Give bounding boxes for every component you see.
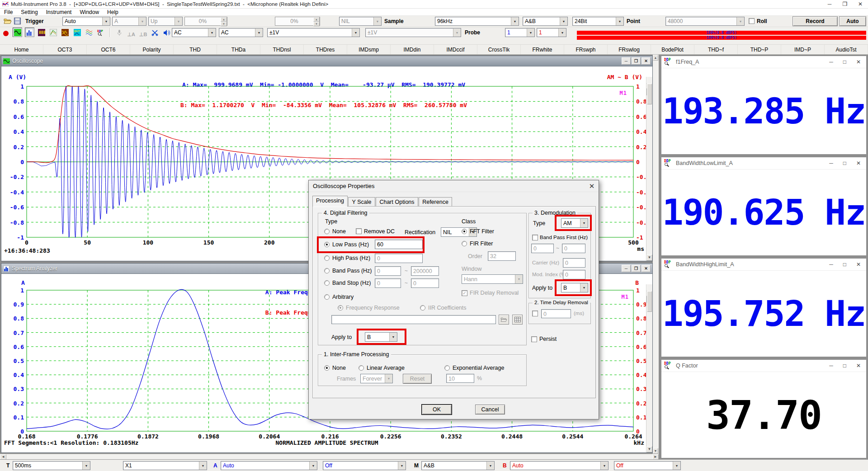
main-vertical-scrollbar[interactable]: ▲ ▼ [653,55,659,454]
spin-down-icon[interactable]: ▼ [313,22,320,26]
tab-imd~p[interactable]: IMD~P [781,45,825,54]
tab-y-scale[interactable]: Y Scale [348,197,375,207]
vertical-scrollbar[interactable]: ▲ ▼ [646,77,652,261]
menu-setting[interactable]: Setting [17,9,42,15]
spin-up-icon[interactable]: ▲ [313,17,320,22]
maximize-icon[interactable]: □ [843,261,846,268]
close-icon[interactable]: ✕ [856,261,861,268]
band-stop-radio[interactable] [324,280,330,286]
chevron-down-icon[interactable]: ▼ [600,462,608,470]
minimize-icon[interactable]: ─ [622,265,631,272]
cancel-button[interactable]: Cancel [475,405,505,414]
menu-window[interactable]: Window [75,9,103,15]
ddp-titlebar[interactable]: DDP BandWidthHighLimit_A ─□✕ [661,259,866,271]
chevron-down-icon[interactable]: ▼ [616,17,623,25]
probe-b-select[interactable]: 1▼ [537,28,566,37]
minimize-icon[interactable]: ─ [622,57,631,65]
menu-help[interactable]: Help [103,9,123,15]
close-icon[interactable]: ✕ [585,182,599,190]
record-button[interactable]: Record [793,16,838,26]
tab-home[interactable]: Home [0,45,43,54]
signal-generator-icon[interactable] [61,28,70,37]
tab-imddin[interactable]: IMDdin [391,45,434,54]
chevron-down-icon[interactable]: ▼ [486,462,494,470]
multiplier-select[interactable]: X1▼ [123,461,207,470]
time-delay-checkbox[interactable] [532,311,538,316]
sweep-time-select[interactable]: 500ms▼ [13,461,90,470]
ddp-titlebar[interactable]: DDP BandWidthLowLimit_A ─□✕ [661,157,866,170]
oscilloscope-icon[interactable] [13,28,22,37]
ddp-titlebar[interactable]: DDP f1Freq_A ─□✕ [661,56,866,68]
tab-crosstlk[interactable]: CrossTlk [477,45,521,54]
chevron-down-icon[interactable]: ▼ [560,17,567,25]
tab-thd~f[interactable]: THD~f [694,45,738,54]
tab-processing[interactable]: Processing [312,196,348,207]
ddp-titlebar[interactable]: DDP Q Factor ─□✕ [661,360,866,372]
spin-down-icon[interactable]: ▼ [221,22,227,26]
tab-thd[interactable]: THD [174,45,217,54]
menu-instrument[interactable]: Instrument [42,9,76,15]
edit-table-button[interactable] [512,315,523,325]
chevron-down-icon[interactable]: ▼ [309,462,317,470]
tab-bodeplot[interactable]: BodePlot [651,45,694,54]
sampling-bits-select[interactable]: 24Bit▼ [572,17,624,26]
minimize-icon[interactable]: ─ [829,363,833,369]
tab-frswph[interactable]: FRswph [564,45,608,54]
ok-button[interactable]: OK [422,405,452,414]
restore-icon[interactable]: ❐ [632,265,641,272]
range-b-select[interactable]: ±1V▼ [365,28,461,37]
remove-dc-checkbox[interactable] [356,228,362,234]
trigger-coupling-select[interactable]: NIL▼ [339,17,382,26]
trigger-edge-select[interactable]: Up▼ [148,17,183,26]
maximize-icon[interactable]: □ [843,59,846,65]
ifp-none-radio[interactable] [324,365,330,371]
fir-filter-radio[interactable] [462,241,467,246]
maximize-icon[interactable]: □ [843,160,846,166]
menu-file[interactable]: File [0,9,17,15]
coupling-a-select[interactable]: AC▼ [172,28,216,37]
record-dot-icon[interactable] [1,28,10,38]
minimize-icon[interactable]: ─ [829,59,833,65]
chevron-down-icon[interactable]: ▼ [199,462,207,470]
browse-file-button[interactable] [499,315,509,325]
tab-frwhite[interactable]: FRwhite [521,45,564,54]
band-pass-radio[interactable] [324,268,330,273]
trigger-delay-spinner[interactable]: 0% ▲▼ [275,17,320,26]
chevron-down-icon[interactable]: ▼ [102,17,110,25]
minimize-icon[interactable]: ─ [829,261,833,268]
fft-filter-radio[interactable] [462,229,467,234]
oscilloscope-titlebar[interactable]: Oscilloscope ─ ❐ ✕ [1,56,652,66]
probe-calibration-icon[interactable] [150,28,160,38]
range-a-select[interactable]: ±1V▼ [267,28,360,37]
a-filter-select[interactable]: Off▼ [323,461,406,470]
vertical-scrollbar[interactable]: ▲ ▼ [646,284,652,452]
sweep-waves-icon[interactable] [84,28,94,37]
chevron-down-icon[interactable]: ▼ [82,462,90,470]
tab-oct6[interactable]: OCT6 [87,45,130,54]
minimize-icon[interactable]: ─ [829,160,833,166]
device-test-plan-icon[interactable]: DUT [72,28,82,37]
close-icon[interactable]: ✕ [853,1,868,7]
maximize-icon[interactable]: ❐ [837,1,853,7]
close-icon[interactable]: ✕ [856,160,861,166]
scroll-down-icon[interactable]: ▼ [646,446,652,452]
spectrum-3d-plot-icon[interactable] [48,28,58,37]
chevron-down-icon[interactable]: ▼ [398,462,406,470]
monitor-channels-select[interactable]: A&B▼ [421,461,495,470]
tab-polarity[interactable]: Polarity [130,45,174,54]
arbitrary-radio[interactable] [324,294,330,300]
linear-average-radio[interactable] [359,365,364,371]
tab-imdccif[interactable]: IMDccif [434,45,477,54]
sampling-points-select[interactable]: 48000▼ [665,17,745,26]
restore-icon[interactable]: ❐ [632,57,641,65]
scroll-down-icon[interactable]: ▼ [653,448,658,454]
minimize-icon[interactable]: ─ [822,1,837,7]
close-icon[interactable]: ✕ [856,59,861,65]
a-range-select[interactable]: Auto▼ [221,461,317,470]
chevron-down-icon[interactable]: ▼ [558,28,566,37]
tab-thdnsl[interactable]: THDnsl [260,45,304,54]
scroll-down-icon[interactable]: ▼ [646,254,652,261]
chevron-down-icon[interactable]: ▼ [527,28,534,37]
roll-checkbox[interactable] [749,18,755,24]
arbitrary-file-field[interactable] [331,315,496,324]
